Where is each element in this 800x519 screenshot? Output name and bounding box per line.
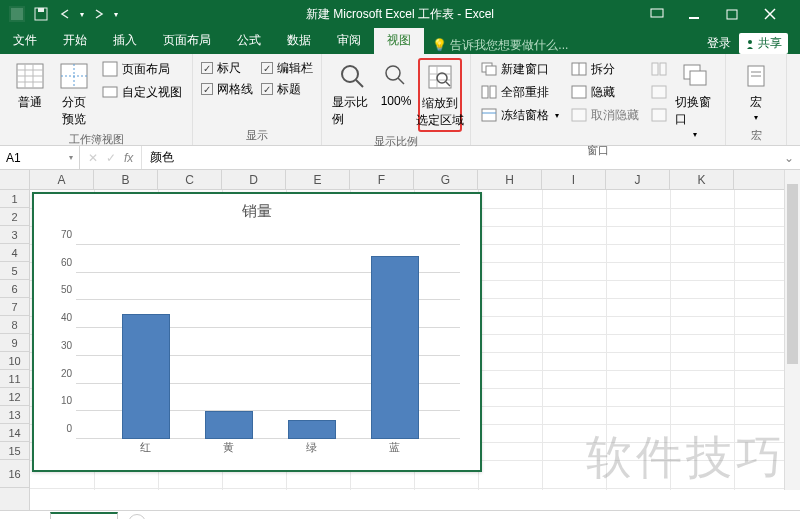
tab-page-layout[interactable]: 页面布局 [150, 27, 224, 54]
column-header[interactable]: G [414, 170, 478, 189]
row-header[interactable]: 5 [0, 262, 29, 280]
svg-rect-35 [482, 109, 496, 121]
svg-rect-19 [103, 62, 117, 76]
sync-scroll-button[interactable] [649, 81, 669, 103]
fx-icon[interactable]: fx [124, 151, 133, 165]
page-layout-label: 页面布局 [122, 61, 170, 78]
switch-windows-button[interactable]: 切换窗口 ▾ [673, 58, 717, 141]
row-header[interactable]: 9 [0, 334, 29, 352]
pagebreak-view-button[interactable]: 分页 预览 [52, 58, 96, 130]
x-label: 红 [122, 440, 170, 455]
tab-formulas[interactable]: 公式 [224, 27, 274, 54]
arrange-all-button[interactable]: 全部重排 [479, 81, 561, 103]
formula-bar-checkbox[interactable]: ✓编辑栏 [261, 58, 313, 78]
chart-bar[interactable] [288, 420, 336, 439]
sheet-nav-prev-icon[interactable]: ◂ [20, 516, 26, 520]
split-button[interactable]: 拆分 [569, 58, 641, 80]
tab-home[interactable]: 开始 [50, 27, 100, 54]
x-label: 黄 [205, 440, 253, 455]
unhide-button[interactable]: 取消隐藏 [569, 104, 641, 126]
ribbon-options-icon[interactable] [650, 8, 670, 20]
zoom-100-button[interactable]: 100% [374, 58, 418, 110]
add-sheet-button[interactable]: + [128, 514, 146, 520]
zoom-to-selection-button[interactable]: 缩放到 选定区域 [418, 58, 462, 132]
chart-object[interactable]: 销量 010203040506070红黄绿蓝 [32, 192, 482, 472]
undo-icon[interactable] [56, 5, 74, 23]
tab-view[interactable]: 视图 [374, 27, 424, 54]
chevron-down-icon[interactable]: ▾ [69, 153, 73, 162]
name-box[interactable]: A1▾ [0, 146, 80, 169]
row-header[interactable]: 1 [0, 190, 29, 208]
maximize-icon[interactable] [726, 8, 746, 20]
row-header[interactable]: 8 [0, 316, 29, 334]
tab-data[interactable]: 数据 [274, 27, 324, 54]
new-window-button[interactable]: 新建窗口 [479, 58, 561, 80]
headings-checkbox[interactable]: ✓标题 [261, 79, 313, 99]
row-header[interactable]: 11 [0, 370, 29, 388]
svg-rect-39 [572, 86, 586, 98]
sheet-tab-sheet1[interactable]: Sheet1 [50, 512, 118, 520]
column-header[interactable]: K [670, 170, 734, 189]
select-all-corner[interactable] [0, 170, 30, 190]
chart-title[interactable]: 销量 [34, 194, 480, 225]
view-side-by-side-button[interactable] [649, 58, 669, 80]
zoom-to-selection-label: 缩放到 选定区域 [416, 95, 464, 129]
tell-me[interactable]: 💡 告诉我您想要做什么... [432, 37, 568, 54]
save-icon[interactable] [32, 5, 50, 23]
tab-review[interactable]: 审阅 [324, 27, 374, 54]
redo-icon[interactable] [90, 5, 108, 23]
column-header[interactable]: C [158, 170, 222, 189]
page-layout-button[interactable]: 页面布局 [100, 58, 184, 80]
formula-input[interactable]: 颜色 [142, 149, 778, 166]
custom-view-button[interactable]: 自定义视图 [100, 81, 184, 103]
row-header[interactable]: 7 [0, 298, 29, 316]
chart-bar[interactable] [122, 314, 170, 439]
tab-file[interactable]: 文件 [0, 27, 50, 54]
minimize-icon[interactable] [688, 8, 708, 20]
row-header[interactable]: 4 [0, 244, 29, 262]
column-header[interactable]: J [606, 170, 670, 189]
zoom-label: 显示比例 [332, 94, 372, 128]
row-header[interactable]: 14 [0, 424, 29, 442]
enter-formula-icon[interactable]: ✓ [106, 151, 116, 165]
column-header[interactable]: E [286, 170, 350, 189]
column-header[interactable]: A [30, 170, 94, 189]
vertical-scrollbar-thumb[interactable] [787, 184, 798, 364]
cancel-formula-icon[interactable]: ✕ [88, 151, 98, 165]
chart-bar[interactable] [205, 411, 253, 439]
zoom-100-label: 100% [381, 94, 412, 108]
login-link[interactable]: 登录 [707, 35, 731, 52]
reset-position-button[interactable] [649, 104, 669, 126]
normal-view-button[interactable]: 普通 [8, 58, 52, 113]
row-header[interactable]: 3 [0, 226, 29, 244]
undo-dropdown-icon[interactable]: ▾ [80, 10, 84, 19]
column-header[interactable]: F [350, 170, 414, 189]
svg-rect-1 [11, 8, 23, 20]
column-header[interactable]: H [478, 170, 542, 189]
row-header[interactable]: 2 [0, 208, 29, 226]
ruler-checkbox[interactable]: ✓标尺 [201, 58, 253, 78]
chart-bar[interactable] [371, 256, 419, 439]
macros-button[interactable]: 宏 ▾ [734, 58, 778, 124]
share-button[interactable]: 共享 [739, 33, 788, 54]
column-header[interactable]: B [94, 170, 158, 189]
vertical-scrollbar[interactable] [784, 170, 800, 490]
hide-button[interactable]: 隐藏 [569, 81, 641, 103]
sheet-nav-next-icon[interactable]: ▸ [32, 516, 38, 520]
tab-insert[interactable]: 插入 [100, 27, 150, 54]
row-header[interactable]: 12 [0, 388, 29, 406]
row-header[interactable]: 15 [0, 442, 29, 460]
column-header[interactable]: D [222, 170, 286, 189]
chart-plot-area[interactable]: 010203040506070红黄绿蓝 [76, 225, 460, 455]
row-header[interactable]: 13 [0, 406, 29, 424]
freeze-panes-button[interactable]: 冻结窗格▾ [479, 104, 561, 126]
qat-customize-icon[interactable]: ▾ [114, 10, 118, 19]
gridlines-checkbox[interactable]: ✓网格线 [201, 79, 253, 99]
row-header[interactable]: 10 [0, 352, 29, 370]
close-icon[interactable] [764, 8, 784, 20]
row-header[interactable]: 16 [0, 460, 29, 488]
zoom-button[interactable]: 显示比例 [330, 58, 374, 130]
expand-formula-bar-icon[interactable]: ⌄ [778, 151, 800, 165]
column-header[interactable]: I [542, 170, 606, 189]
row-header[interactable]: 6 [0, 280, 29, 298]
